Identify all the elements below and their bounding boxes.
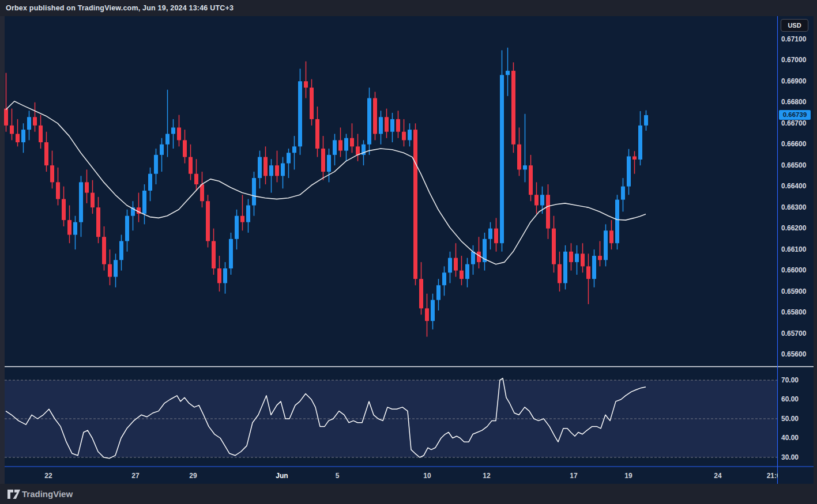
candle-body bbox=[488, 229, 492, 239]
candle-body bbox=[396, 119, 400, 132]
tradingview-logo-icon[interactable] bbox=[7, 489, 21, 499]
candle-body bbox=[517, 145, 521, 170]
candle-body bbox=[154, 155, 158, 174]
candle-body bbox=[379, 117, 383, 134]
candle-body bbox=[632, 156, 637, 159]
publication-title: Orbex published on TradingView.com, Jun … bbox=[6, 0, 234, 16]
candle-body bbox=[310, 88, 314, 119]
candle-body bbox=[73, 222, 77, 235]
candle-body bbox=[114, 260, 118, 276]
currency-toggle-button[interactable]: USD bbox=[781, 19, 808, 32]
candle-body bbox=[436, 285, 440, 300]
candle-body bbox=[523, 165, 527, 169]
candle-body bbox=[511, 71, 515, 145]
candle-body bbox=[333, 140, 337, 155]
candle-body bbox=[200, 184, 204, 201]
tradingview-published-chart: Orbex published on TradingView.com, Jun … bbox=[0, 0, 817, 504]
candle-body bbox=[494, 229, 498, 244]
candle-body bbox=[85, 182, 89, 192]
candle-body bbox=[367, 98, 371, 144]
candle-body bbox=[529, 165, 533, 195]
candle-body bbox=[327, 155, 331, 172]
candle-body bbox=[223, 268, 227, 283]
candle-body bbox=[292, 146, 296, 153]
candle-body bbox=[413, 130, 417, 279]
candle-body bbox=[287, 153, 291, 163]
candle-body bbox=[235, 216, 239, 239]
candle-body bbox=[298, 81, 302, 146]
candle-body bbox=[39, 126, 43, 142]
candle-body bbox=[148, 174, 152, 191]
candle-body bbox=[252, 178, 256, 205]
candle-body bbox=[621, 187, 625, 200]
candle-body bbox=[142, 191, 146, 214]
candle-body bbox=[586, 266, 590, 279]
candle-body bbox=[638, 126, 642, 160]
candle-body bbox=[540, 195, 544, 205]
candle-body bbox=[125, 216, 129, 241]
candle-body bbox=[321, 149, 325, 172]
candle-body bbox=[598, 256, 602, 260]
candle-body bbox=[246, 206, 250, 222]
candle-body bbox=[258, 157, 262, 179]
candle-body bbox=[212, 241, 216, 268]
candle-body bbox=[263, 157, 268, 176]
candle-body bbox=[442, 272, 446, 285]
candle-body bbox=[390, 119, 394, 132]
candle-body bbox=[119, 241, 123, 260]
candle-body bbox=[189, 157, 193, 174]
candle-body bbox=[160, 145, 164, 155]
candle-body bbox=[229, 239, 233, 268]
header-bar: Orbex published on TradingView.com, Jun … bbox=[0, 0, 817, 16]
footer-bar: TradingView bbox=[0, 484, 817, 504]
candle-body bbox=[10, 126, 14, 134]
candle-body bbox=[275, 165, 279, 176]
candle-body bbox=[569, 252, 573, 262]
candle-body bbox=[315, 119, 319, 149]
candle-body bbox=[16, 134, 20, 142]
candle-body bbox=[373, 98, 377, 134]
candle-body bbox=[644, 115, 648, 126]
price-chart-canvas[interactable] bbox=[0, 0, 817, 504]
candle-body bbox=[67, 220, 71, 235]
candle-body bbox=[408, 130, 412, 140]
candle-body bbox=[431, 300, 435, 321]
candle-body bbox=[546, 195, 550, 228]
candle-body bbox=[615, 200, 619, 244]
candle-body bbox=[558, 264, 562, 283]
candle-body bbox=[465, 264, 469, 279]
candle-body bbox=[79, 182, 83, 222]
left-margin-strip bbox=[0, 16, 5, 484]
candle-body bbox=[575, 253, 579, 262]
candle-body bbox=[385, 117, 389, 132]
candle-body bbox=[460, 271, 464, 279]
candle-body bbox=[454, 258, 458, 271]
candle-body bbox=[171, 127, 175, 134]
candle-body bbox=[350, 138, 354, 147]
candle-body bbox=[217, 268, 221, 283]
candle-body bbox=[338, 140, 342, 150]
candle-body bbox=[4, 109, 8, 126]
candle-body bbox=[500, 75, 504, 243]
candle-body bbox=[44, 142, 48, 165]
candle-body bbox=[281, 164, 285, 176]
candle-body bbox=[240, 216, 244, 222]
candle-body bbox=[91, 193, 95, 208]
candle-body bbox=[425, 308, 429, 321]
candle-body bbox=[592, 256, 596, 279]
candle-body bbox=[563, 252, 567, 283]
candle-body bbox=[471, 252, 475, 264]
candle-body bbox=[609, 230, 613, 243]
candle-body bbox=[534, 195, 539, 205]
candle-body bbox=[108, 264, 112, 277]
candle-body bbox=[304, 81, 308, 88]
candle-body bbox=[627, 156, 631, 186]
current-price-badge: 0.66739 bbox=[779, 110, 811, 120]
candle-body bbox=[506, 71, 510, 75]
tradingview-brand-label: TradingView bbox=[22, 484, 73, 504]
rsi-band bbox=[5, 380, 778, 457]
candle-body bbox=[33, 117, 37, 126]
candle-body bbox=[604, 230, 608, 260]
candle-body bbox=[27, 117, 31, 130]
candle-body bbox=[269, 165, 273, 176]
